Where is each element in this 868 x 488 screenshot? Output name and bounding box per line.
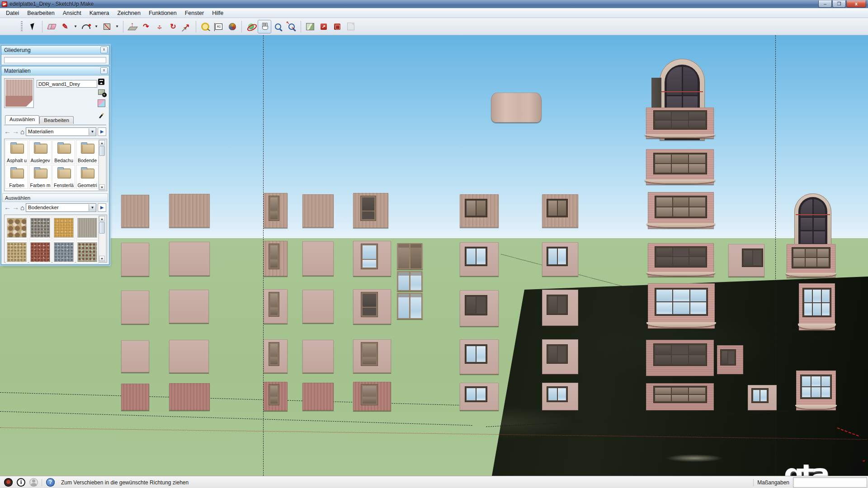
secondary-pane-toggle-icon[interactable]: [97, 78, 105, 86]
back-arrow-icon[interactable]: ←: [4, 128, 11, 135]
folder-bodende[interactable]: Bodende: [76, 140, 99, 164]
tab-bearbeiten[interactable]: Bearbeiten: [39, 116, 74, 124]
arc-tool-dropdown[interactable]: ▼: [93, 20, 100, 33]
facade-panel[interactable]: [302, 340, 334, 373]
scroll-up-icon[interactable]: ▲: [99, 216, 105, 221]
back-arrow-icon[interactable]: ←: [4, 204, 11, 211]
facade-panel[interactable]: [542, 339, 578, 374]
menu-kamera[interactable]: Kamera: [85, 9, 113, 17]
extension-tool[interactable]: [344, 20, 358, 33]
minimize-button[interactable]: –: [818, 0, 832, 8]
facade-panel[interactable]: [264, 193, 288, 228]
facade-panel[interactable]: [542, 290, 578, 326]
facade-panel[interactable]: [397, 293, 423, 319]
home-icon[interactable]: ⌂: [20, 128, 24, 136]
facade-panel[interactable]: [648, 243, 714, 277]
folder-scrollbar[interactable]: ▲ ▼: [99, 140, 106, 190]
facade-panel[interactable]: [121, 243, 149, 276]
details-arrow-icon[interactable]: ▶: [98, 127, 106, 136]
help-icon[interactable]: [46, 478, 55, 487]
scrollbar-thumb[interactable]: [99, 146, 105, 156]
facade-panel[interactable]: [542, 242, 578, 276]
menu-zeichnen[interactable]: Zeichnen: [113, 9, 144, 17]
facade-panel[interactable]: [460, 383, 499, 410]
credits-info-icon[interactable]: [17, 478, 25, 487]
facade-panel[interactable]: [646, 108, 714, 138]
rotate-tool[interactable]: ↻: [166, 20, 180, 33]
facade-panel[interactable]: [728, 244, 764, 277]
facade-panel[interactable]: [542, 383, 578, 410]
outliner-title-bar[interactable]: Gliederung x: [1, 46, 109, 55]
facade-panel[interactable]: [460, 290, 499, 326]
facade-panel[interactable]: [491, 93, 542, 122]
sign-in-avatar-icon[interactable]: [29, 478, 38, 487]
menu-ansicht[interactable]: Ansicht: [59, 9, 85, 17]
facade-panel[interactable]: [302, 290, 334, 323]
forward-arrow-icon[interactable]: →: [12, 128, 19, 135]
chevron-down-icon[interactable]: ▼: [89, 204, 96, 211]
swatch-kies-rot[interactable]: [29, 240, 52, 264]
home-icon[interactable]: ⌂: [20, 204, 24, 211]
facade-panel[interactable]: [799, 283, 835, 330]
facade-panel[interactable]: [121, 291, 149, 324]
followme-tool[interactable]: ↷: [139, 20, 153, 33]
forward-arrow-icon[interactable]: →: [12, 204, 19, 211]
toolbar-grip[interactable]: [21, 21, 23, 32]
scrollbar-thumb[interactable]: [99, 222, 105, 234]
menu-bearbeiten[interactable]: Bearbeiten: [23, 9, 58, 17]
folder-fensterlä[interactable]: Fensterlä: [52, 165, 75, 189]
arc-tool[interactable]: [79, 20, 93, 33]
scroll-up-icon[interactable]: ▲: [99, 140, 105, 145]
materials-close-icon[interactable]: x: [100, 67, 108, 74]
facade-panel[interactable]: [169, 242, 210, 276]
facade-panel[interactable]: [787, 244, 835, 277]
facade-panel[interactable]: [794, 193, 831, 246]
swatch-kies-blaugrau[interactable]: [52, 240, 75, 264]
collection-dropdown[interactable]: Materialien ▼: [26, 127, 96, 136]
details-arrow-icon[interactable]: ▶: [98, 203, 106, 212]
swatch-kies-hellbraun[interactable]: [5, 240, 28, 264]
geolocation-icon[interactable]: [4, 478, 13, 487]
swatch-kies-bunt[interactable]: [76, 240, 99, 264]
create-material-icon[interactable]: [97, 88, 105, 96]
rectangle-tool-dropdown[interactable]: ▼: [113, 20, 121, 33]
facade-panel[interactable]: [646, 383, 714, 410]
folder-asphalt-u[interactable]: Asphalt u: [5, 140, 28, 164]
facade-panel[interactable]: [648, 192, 714, 228]
outliner-close-icon[interactable]: x: [100, 47, 108, 53]
scale-tool[interactable]: ↗: [180, 20, 193, 33]
facade-panel[interactable]: [121, 384, 149, 410]
zoom-tool[interactable]: [271, 20, 285, 33]
facade-panel[interactable]: [302, 383, 334, 410]
paint-bucket-tool[interactable]: [226, 20, 239, 33]
tape-measure-tool[interactable]: [198, 20, 212, 33]
folder-auslegev[interactable]: Auslegev: [29, 140, 52, 164]
folder-bedachu[interactable]: Bedachu: [52, 140, 75, 164]
menu-funktionen[interactable]: Funktionen: [145, 9, 181, 17]
tab-auswählen[interactable]: Auswählen: [5, 115, 39, 124]
facade-panel[interactable]: [302, 241, 334, 276]
measurements-input[interactable]: [793, 477, 867, 488]
facade-panel[interactable]: [460, 242, 499, 276]
viewport[interactable]: gta Berlin: [0, 35, 868, 476]
menu-hilfe[interactable]: Hilfe: [208, 9, 227, 17]
chevron-down-icon[interactable]: ▼: [89, 128, 96, 135]
facade-panel[interactable]: [646, 340, 714, 376]
text-tool[interactable]: A1: [212, 20, 226, 33]
facade-panel[interactable]: [460, 339, 499, 374]
facade-panel[interactable]: [646, 149, 714, 184]
swatch-kies-grob-beige[interactable]: [5, 216, 28, 239]
rectangle-tool[interactable]: [100, 20, 113, 33]
default-material-icon[interactable]: [97, 99, 105, 107]
facade-panel[interactable]: [353, 193, 388, 228]
line-tool-dropdown[interactable]: ▼: [72, 20, 79, 33]
facade-panel[interactable]: [353, 339, 391, 373]
facade-panel[interactable]: [264, 382, 288, 411]
pushpull-tool[interactable]: [126, 20, 139, 33]
facade-panel[interactable]: [353, 289, 391, 324]
outliner-filter-input[interactable]: [4, 57, 106, 63]
scroll-down-icon[interactable]: ▼: [99, 184, 105, 190]
menu-datei[interactable]: Datei: [2, 9, 23, 17]
facade-panel[interactable]: [302, 194, 334, 227]
facade-panel[interactable]: [169, 194, 210, 227]
